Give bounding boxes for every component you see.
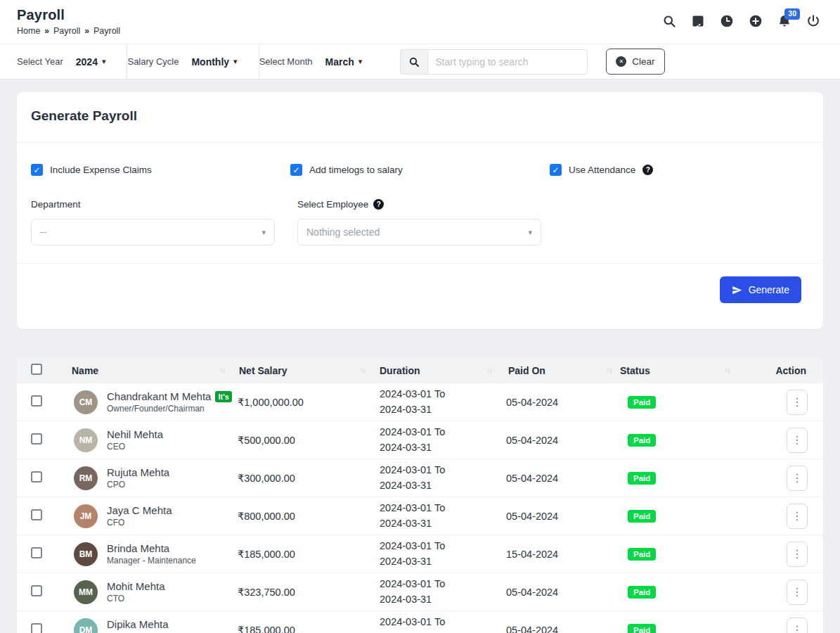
breadcrumb-home[interactable]: Home (17, 26, 40, 36)
row-actions-button[interactable]: ⋮ (787, 390, 808, 415)
option-checkbox-item[interactable]: ✓ Add timelogs to salary (290, 164, 550, 176)
help-icon[interactable]: ? (373, 199, 384, 210)
table-body: CM Chandrakant M Mehta It's Owner/Founde… (17, 383, 823, 633)
status-badge: Paid (628, 434, 656, 447)
generate-button-label: Generate (749, 284, 789, 295)
send-icon (732, 285, 742, 295)
column-header[interactable]: Status ↑↓ (620, 357, 738, 383)
column-header[interactable]: Net Salary ↑↓ (233, 357, 374, 383)
row-actions-button[interactable]: ⋮ (787, 428, 808, 453)
employee-name[interactable]: Jaya C Mehta (107, 504, 172, 516)
column-header[interactable]: Paid On ↑↓ (500, 357, 620, 383)
department-select[interactable]: -- ▾ (31, 219, 275, 245)
paid-on-cell: 05-04-2024 (500, 473, 620, 484)
row-checkbox[interactable] (31, 547, 42, 558)
row-actions-button[interactable]: ⋮ (787, 504, 808, 529)
employee-cell: RM Rujuta Mehta CPO (67, 466, 233, 490)
employee-name-line: Dipika Mehta (107, 618, 190, 630)
employee-name[interactable]: Chandrakant M Mehta (107, 390, 211, 402)
card-footer: Generate (17, 263, 823, 329)
month-filter-label: Select Month (259, 56, 313, 67)
employee-name[interactable]: Brinda Mehta (107, 542, 169, 554)
option-checkbox-item[interactable]: ✓ Use Attendance ? (550, 164, 809, 176)
clear-button[interactable]: ✕ Clear (606, 49, 664, 75)
employee-text-block: Jaya C Mehta CFO (107, 504, 172, 528)
row-actions-button[interactable]: ⋮ (787, 618, 808, 633)
status-badge: Paid (628, 396, 656, 409)
row-checkbox[interactable] (31, 585, 42, 596)
help-icon[interactable]: ? (642, 165, 653, 175)
employee-name[interactable]: Rujuta Mehta (107, 466, 169, 478)
sort-icon[interactable]: ↑↓ (486, 366, 492, 374)
check-icon: ✓ (292, 166, 299, 174)
duration-from: 2024-03-01 To (380, 387, 500, 402)
breadcrumb-payroll[interactable]: Payroll (53, 26, 80, 36)
column-header[interactable]: Duration ↑↓ (374, 357, 500, 383)
row-actions-button[interactable]: ⋮ (787, 580, 808, 605)
year-dropdown[interactable]: 2024 ▾ (76, 56, 106, 68)
employee-text-block: Mohit Mehta CTO (107, 580, 165, 603)
duration-cell: 2024-03-01 To 2024-03-31 (374, 501, 500, 531)
column-header[interactable]: Name ↑↓ (67, 357, 233, 383)
status-badge: Paid (628, 472, 656, 485)
kebab-icon: ⋮ (791, 549, 803, 560)
notifications-bell-icon[interactable]: 30 (777, 14, 791, 28)
duration-to: 2024-03-31 (380, 440, 500, 455)
kebab-icon: ⋮ (791, 625, 803, 633)
duration-cell: 2024-03-01 To 2024-03-31 (374, 425, 500, 455)
row-checkbox[interactable] (31, 395, 42, 407)
action-cell: ⋮ (738, 618, 823, 633)
checkbox-label: Add timelogs to salary (309, 165, 403, 175)
avatar: MM (74, 580, 98, 604)
row-actions-button[interactable]: ⋮ (787, 466, 808, 491)
breadcrumb-separator: » (84, 26, 89, 36)
department-select-value: -- (40, 226, 46, 238)
column-header[interactable]: Action (738, 357, 823, 383)
month-dropdown[interactable]: March ▾ (325, 56, 363, 68)
row-checkbox[interactable] (31, 433, 42, 445)
employee-name-line: Mohit Mehta (107, 580, 165, 592)
year-filter: Select Year 2024 ▾ (17, 56, 127, 68)
row-actions-button[interactable]: ⋮ (787, 542, 808, 567)
notification-count-badge[interactable]: 30 (784, 8, 800, 20)
select-all-checkbox[interactable] (31, 364, 42, 375)
checkbox-checked[interactable]: ✓ (290, 164, 302, 176)
month-value: March (325, 56, 354, 68)
employee-text-block: Chandrakant M Mehta It's Owner/Founder/C… (107, 390, 232, 414)
table-row: NM Nehil Mehta CEO ₹500,000.00 2024-03-0… (17, 421, 823, 459)
option-checkbox-item[interactable]: ✓ Include Expense Claims (31, 164, 290, 176)
table-row: JM Jaya C Mehta CFO ₹800,000.00 2024-03-… (17, 497, 823, 535)
sort-icon[interactable]: ↑↓ (724, 366, 730, 374)
employee-text-block: Rujuta Mehta CPO (107, 466, 169, 490)
status-badge: Paid (628, 624, 656, 633)
sort-icon[interactable]: ↑↓ (219, 366, 225, 374)
search-input[interactable] (427, 49, 588, 75)
generate-button[interactable]: Generate (720, 276, 801, 303)
row-checkbox[interactable] (31, 623, 42, 633)
department-label-text: Department (31, 199, 81, 210)
employee-name[interactable]: Nehil Mehta (107, 428, 163, 440)
clock-icon[interactable] (720, 14, 734, 28)
employee-name[interactable]: Mohit Mehta (107, 580, 165, 592)
checkbox-checked[interactable]: ✓ (31, 164, 43, 176)
row-checkbox[interactable] (31, 509, 42, 520)
sort-icon[interactable]: ↑↓ (606, 366, 612, 374)
duration-to: 2024-03-31 (380, 516, 500, 531)
employee-name-line: Chandrakant M Mehta It's (107, 390, 232, 402)
row-checkbox[interactable] (31, 471, 42, 482)
duration-to: 2024-03-31 (380, 478, 500, 493)
salary-cycle-dropdown[interactable]: Monthly ▾ (191, 56, 237, 68)
checkbox-checked[interactable]: ✓ (550, 164, 562, 176)
employee-select[interactable]: Nothing selected ▾ (297, 219, 541, 245)
notes-icon[interactable] (691, 14, 705, 28)
employee-name[interactable]: Dipika Mehta (107, 618, 169, 630)
search-icon[interactable] (662, 14, 676, 28)
employee-cell: JM Jaya C Mehta CFO (67, 504, 233, 528)
add-icon[interactable] (749, 14, 763, 28)
duration-to: 2024-03-31 (380, 592, 500, 607)
sort-icon[interactable]: ↑↓ (360, 366, 366, 374)
power-icon[interactable] (806, 14, 820, 28)
net-salary-cell: ₹300,000.00 (233, 473, 374, 484)
employee-label: Select Employee ? (297, 199, 541, 210)
duration-cell: 2024-03-01 To 2024-03-31 (374, 539, 500, 569)
